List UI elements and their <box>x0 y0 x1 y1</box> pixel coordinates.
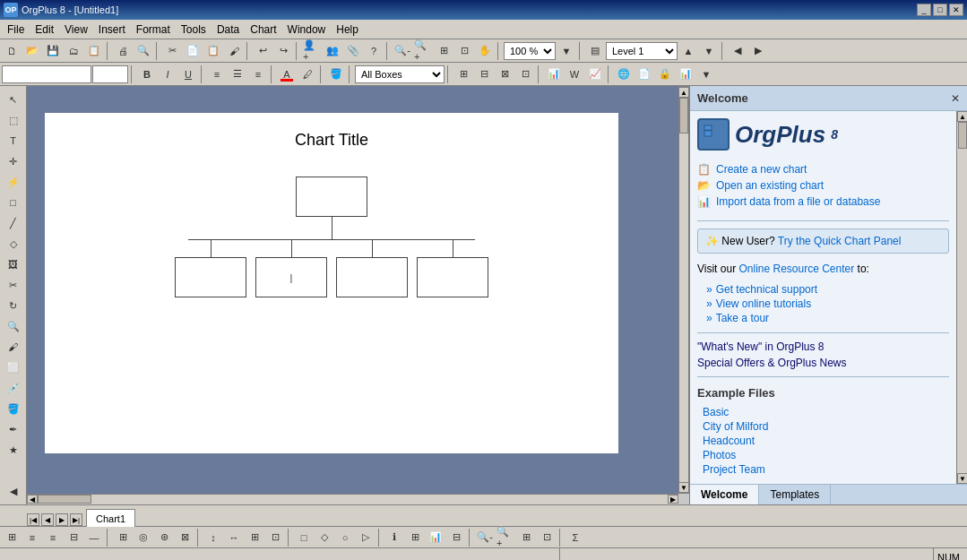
bottom-btn20[interactable]: 📊 <box>426 528 445 547</box>
draw-box[interactable]: □ <box>4 193 23 212</box>
level-up[interactable]: ▲ <box>678 41 698 61</box>
connect-tool[interactable]: ⚡ <box>4 172 23 192</box>
tab-last[interactable]: ▶| <box>70 513 82 526</box>
redo-button[interactable]: ↪ <box>273 41 293 61</box>
font-color[interactable]: A <box>277 65 297 84</box>
bottom-btn26[interactable]: Σ <box>566 528 585 547</box>
h-scroll-thumb[interactable] <box>38 495 91 504</box>
menu-view[interactable]: View <box>59 22 93 38</box>
report-btn1[interactable]: 📊 <box>544 65 564 84</box>
properties-button[interactable]: 📋 <box>84 41 104 61</box>
child-box-3[interactable] <box>336 257 408 297</box>
tech-support-link[interactable]: » Get technical support <box>706 282 949 297</box>
welcome-close-button[interactable]: ✕ <box>951 92 960 105</box>
rotate-tool[interactable]: ↻ <box>4 296 23 315</box>
menu-data[interactable]: Data <box>212 22 245 38</box>
maximize-button[interactable]: □ <box>933 4 947 16</box>
add-subordinate[interactable]: 👤+ <box>302 41 322 61</box>
help-button[interactable]: ? <box>364 41 384 61</box>
special-offers-link[interactable]: Special Offers & OrgPlus News <box>697 357 949 369</box>
report-btn2[interactable]: W <box>565 65 584 84</box>
bottom-btn10[interactable]: ↕ <box>203 528 223 547</box>
menu-edit[interactable]: Edit <box>30 22 59 38</box>
child-box-2[interactable]: | <box>255 257 327 297</box>
bold-button[interactable]: B <box>137 65 157 84</box>
bottom-btn14[interactable]: □ <box>294 528 314 547</box>
bottom-btn19[interactable]: ⊞ <box>405 528 425 547</box>
tab-prev[interactable]: ◀ <box>41 513 54 526</box>
quick-chart-link[interactable]: Try the Quick Chart Panel <box>778 235 902 247</box>
v-scroll-thumb[interactable] <box>679 98 688 134</box>
chart1-tab[interactable]: Chart1 <box>86 509 135 527</box>
eraser-tool[interactable]: ⬜ <box>4 358 23 377</box>
pen-tool[interactable]: ✒ <box>4 419 23 439</box>
example-headcount[interactable]: Headcount <box>697 434 949 448</box>
publish-btn4[interactable]: 📊 <box>676 65 695 84</box>
example-photos[interactable]: Photos <box>697 448 949 462</box>
import-data-link[interactable]: 📊 Import data from a file or database <box>697 194 949 210</box>
nav-left[interactable]: ◀ <box>728 41 747 61</box>
bottom-btn9[interactable]: ⊠ <box>175 528 194 547</box>
field-btn3[interactable]: ⊠ <box>495 65 514 84</box>
zoom-dropdown[interactable]: ▼ <box>557 41 576 61</box>
ws-thumb[interactable] <box>958 122 967 149</box>
save-button[interactable]: 💾 <box>43 41 63 61</box>
bottom-btn18[interactable]: ℹ <box>384 528 404 547</box>
root-box[interactable] <box>296 177 367 217</box>
bottom-btn12[interactable]: ⊞ <box>245 528 264 547</box>
star-tool[interactable]: ★ <box>4 440 23 460</box>
add-assistant[interactable]: 📎 <box>343 41 363 61</box>
publish-btn2[interactable]: 📄 <box>635 65 654 84</box>
menu-file[interactable]: File <box>2 22 30 38</box>
undo-button[interactable]: ↩ <box>253 41 272 61</box>
tour-link[interactable]: » Take a tour <box>706 311 949 325</box>
bottom-btn4[interactable]: ⊟ <box>64 528 83 547</box>
zoom-combo[interactable]: 100 % 75 % 50 % 150 % <box>504 42 556 60</box>
publish-btn5[interactable]: ▼ <box>696 65 716 84</box>
select-tool[interactable]: ↖ <box>4 90 23 109</box>
menu-insert[interactable]: Insert <box>93 22 131 38</box>
child-box-4[interactable] <box>417 257 488 297</box>
h-scroll-track[interactable] <box>38 495 668 504</box>
menu-help[interactable]: Help <box>331 22 364 38</box>
save-all-button[interactable]: 🗂 <box>64 41 83 61</box>
bottom-btn24[interactable]: ⊞ <box>516 528 536 547</box>
whats-new-link[interactable]: "What's New" in OrgPlus 8 <box>697 340 949 353</box>
bottom-btn25[interactable]: ⊡ <box>537 528 557 547</box>
zoom-tool[interactable]: 🔍 <box>4 316 23 336</box>
highlight-color[interactable]: 🖊 <box>298 65 317 84</box>
menu-tools[interactable]: Tools <box>176 22 212 38</box>
font-size-input[interactable] <box>92 65 128 83</box>
bottom-btn8[interactable]: ⊛ <box>154 528 174 547</box>
italic-button[interactable]: I <box>158 65 177 84</box>
paint-tool[interactable]: 🖌 <box>4 337 23 357</box>
tab-templates[interactable]: Templates <box>759 485 831 504</box>
bottom-btn17[interactable]: ▷ <box>356 528 376 547</box>
tab-first[interactable]: |◀ <box>27 513 39 526</box>
example-basic[interactable]: Basic <box>697 405 949 419</box>
expand-left[interactable]: ◀ <box>4 481 23 501</box>
align-right[interactable]: ≡ <box>248 65 268 84</box>
paste-button[interactable]: 📋 <box>203 41 223 61</box>
level-combo[interactable]: Level 1 Level 2 Level 3 <box>606 42 678 60</box>
align-left[interactable]: ≡ <box>207 65 227 84</box>
tab-welcome[interactable]: Welcome <box>690 485 759 504</box>
scroll-left[interactable]: ◀ <box>27 495 38 504</box>
cut-button[interactable]: ✂ <box>162 41 182 61</box>
field-btn1[interactable]: ⊞ <box>453 65 473 84</box>
add-coworker[interactable]: 👥 <box>323 41 342 61</box>
eyedrop-tool[interactable]: 💉 <box>4 378 23 398</box>
move-tool[interactable]: ✛ <box>4 151 23 171</box>
bottom-btn1[interactable]: ⊞ <box>2 528 22 547</box>
publish-btn3[interactable]: 🔒 <box>655 65 675 84</box>
bottom-btn2[interactable]: ≡ <box>22 528 42 547</box>
font-name-input[interactable] <box>2 65 91 83</box>
fill-color[interactable]: 🪣 <box>326 65 346 84</box>
format-painter[interactable]: 🖌 <box>224 41 244 61</box>
bottom-btn5[interactable]: — <box>84 528 104 547</box>
ws-up[interactable]: ▲ <box>957 111 967 122</box>
chart-canvas[interactable]: Chart Title <box>45 113 618 453</box>
create-chart-link[interactable]: 📋 Create a new chart <box>697 161 949 177</box>
tab-next[interactable]: ▶ <box>56 513 68 526</box>
report-btn3[interactable]: 📈 <box>585 65 605 84</box>
